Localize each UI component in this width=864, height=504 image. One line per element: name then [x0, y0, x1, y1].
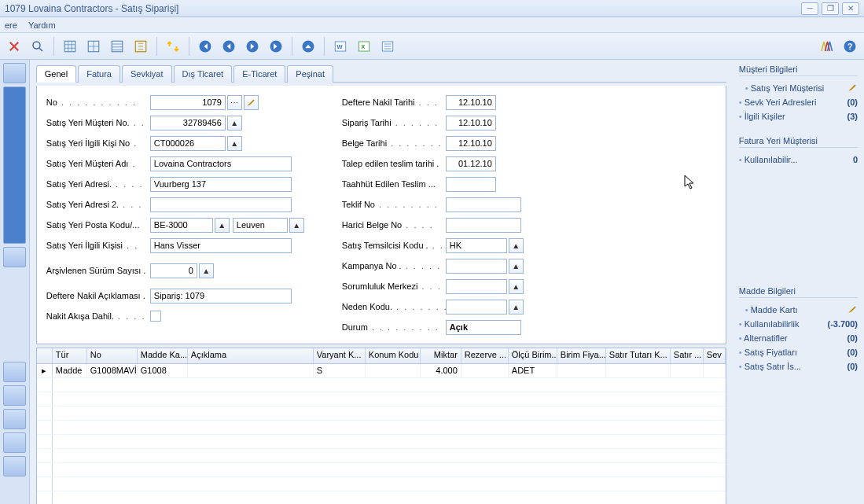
sp-link-item-card[interactable]: Madde Kartı — [745, 305, 798, 315]
input-resp[interactable] — [446, 279, 507, 294]
input-addr[interactable] — [150, 177, 292, 192]
edit-no-icon[interactable] — [244, 95, 259, 110]
lookup-resp-icon[interactable]: ▲ — [509, 279, 524, 294]
col-amt[interactable]: Satır Tutarı K... — [606, 348, 671, 363]
input-req-deliv[interactable] — [446, 156, 496, 171]
col-desc[interactable]: Açıklama — [188, 348, 314, 363]
sp-link-sales-line-disc[interactable]: Satış Satır İs... — [739, 362, 801, 371]
lookup-cust-no-icon[interactable]: ▲ — [227, 116, 242, 131]
grid-body[interactable]: ▸ Madde G1008MAVİ G1008 S 4.000 ADET — [37, 364, 726, 504]
input-postdesc[interactable] — [150, 289, 292, 304]
lookup-arch-icon[interactable]: ▲ — [199, 263, 214, 278]
input-no[interactable] — [150, 95, 226, 110]
menu-help[interactable]: Yardım — [28, 20, 56, 30]
maximize-button[interactable]: ❐ — [822, 2, 839, 15]
input-doc-date[interactable] — [446, 136, 496, 151]
input-posting-date[interactable] — [446, 95, 496, 110]
close-button[interactable]: ✕ — [842, 2, 859, 15]
input-postal[interactable] — [150, 218, 213, 233]
sp-link-ship-addr[interactable]: Sevk Yeri Adresleri — [739, 97, 817, 107]
sp-link-sales-prices[interactable]: Satış Fiyatları — [739, 348, 797, 357]
lookup-contact-no-icon[interactable]: ▲ — [227, 136, 242, 151]
col-res[interactable]: Rezerve ... — [461, 348, 509, 363]
input-salesp[interactable] — [446, 238, 507, 253]
grid-icon-1[interactable] — [61, 37, 79, 56]
lookup-no-icon[interactable]: ⋯ — [227, 95, 242, 110]
col-loc[interactable]: Konum Kodu — [366, 348, 421, 363]
col-no[interactable]: No — [87, 348, 138, 363]
lookup-postal-icon[interactable]: ▲ — [215, 218, 230, 233]
sp-count-sales-prices: (0) — [847, 348, 858, 357]
label-doc-date: Belge Tarihi . . . . . . . — [342, 138, 446, 148]
nav-last-icon[interactable] — [267, 37, 285, 56]
input-ext-doc[interactable] — [446, 218, 521, 233]
col-uom[interactable]: Ölçü Birim... — [509, 348, 557, 363]
col-qty[interactable]: Miktar — [421, 348, 461, 363]
nav-next-icon[interactable] — [243, 37, 262, 56]
edit-customer-icon[interactable] — [847, 82, 858, 94]
sp-count-ship-addr: (0) — [847, 97, 858, 107]
export-excel-icon[interactable]: X — [355, 37, 373, 56]
lookup-salesp-icon[interactable]: ▲ — [509, 238, 524, 253]
grid-icon-2[interactable] — [84, 37, 103, 56]
tab-sevkiyat[interactable]: Sevkiyat — [122, 65, 172, 83]
col-sev[interactable]: Sev — [704, 348, 726, 363]
sp-count-availability: (-3.700) — [827, 319, 858, 329]
grid-icon-4[interactable] — [131, 37, 150, 56]
export-word-icon[interactable]: W — [331, 37, 350, 56]
input-city[interactable] — [233, 218, 288, 233]
refresh-icon[interactable] — [164, 37, 182, 56]
tab-pesinat[interactable]: Peşinat — [287, 65, 333, 83]
input-prom-deliv[interactable] — [446, 177, 496, 192]
dynamics-logo-icon[interactable] — [817, 37, 836, 56]
tab-fatura[interactable]: Fatura — [78, 65, 120, 83]
label-no: No . . . . . . . . . . — [46, 97, 150, 107]
lookup-reason-icon[interactable]: ▲ — [509, 300, 524, 315]
input-order-date[interactable] — [446, 116, 496, 131]
svg-point-0 — [33, 42, 40, 49]
grid-icon-3[interactable] — [108, 37, 127, 56]
sp-link-available[interactable]: Kullanılabilir... — [739, 155, 798, 164]
minimize-button[interactable]: ─ — [801, 2, 818, 15]
lookup-campaign-icon[interactable]: ▲ — [509, 259, 524, 274]
col-variant[interactable]: Varyant K... — [314, 348, 366, 363]
col-price[interactable]: Birim Fiya... — [557, 348, 606, 363]
sp-link-availability[interactable]: Kullanılabilirlik — [739, 319, 800, 329]
search-icon[interactable] — [28, 37, 47, 56]
input-contact-no[interactable] — [150, 136, 226, 151]
menu-ere[interactable]: ere — [5, 20, 17, 30]
input-cust-no[interactable] — [150, 116, 226, 131]
tab-dis-ticaret[interactable]: Dış Ticaret — [174, 65, 233, 83]
input-arch[interactable] — [150, 263, 197, 278]
sp-link-sell-customer[interactable]: Satış Yeri Müşterisi — [745, 83, 824, 93]
col-cat[interactable]: Madde Ka... — [138, 348, 188, 363]
tab-e-ticaret[interactable]: E-Ticaret — [233, 65, 285, 83]
input-addr2[interactable] — [150, 197, 292, 212]
sp-count-contacts: (3) — [847, 112, 858, 121]
edit-item-icon[interactable] — [847, 304, 858, 316]
input-reason[interactable] — [446, 300, 507, 315]
input-campaign[interactable] — [446, 259, 507, 274]
nav-first-icon[interactable] — [196, 37, 215, 56]
col-ln[interactable]: Satır ... — [671, 348, 704, 363]
col-type[interactable]: Tür — [53, 348, 87, 363]
tab-genel[interactable]: Genel — [36, 65, 76, 83]
nav-prev-icon[interactable] — [219, 37, 238, 56]
close-doc-icon[interactable] — [5, 37, 24, 56]
sp-link-contacts[interactable]: İlgili Kişiler — [739, 112, 785, 121]
sp-link-alternatives[interactable]: Alternatifler — [739, 333, 788, 343]
nav-up-icon[interactable] — [299, 37, 318, 56]
table-row[interactable]: ▸ Madde G1008MAVİ G1008 S 4.000 ADET — [37, 364, 726, 378]
svg-text:X: X — [361, 43, 365, 50]
input-contact[interactable] — [150, 238, 292, 253]
help-icon[interactable]: ? — [840, 37, 859, 56]
input-cust-name[interactable] — [150, 156, 292, 171]
gutter-block[interactable] — [3, 63, 26, 83]
svg-rect-1 — [64, 41, 75, 52]
input-status[interactable] — [446, 320, 521, 335]
row-indicator-icon: ▸ — [37, 364, 53, 377]
export-sheet-icon[interactable] — [378, 37, 397, 56]
input-quote[interactable] — [446, 197, 521, 212]
lookup-city-icon[interactable]: ▲ — [289, 218, 304, 233]
checkbox-cashflow[interactable] — [150, 311, 161, 322]
